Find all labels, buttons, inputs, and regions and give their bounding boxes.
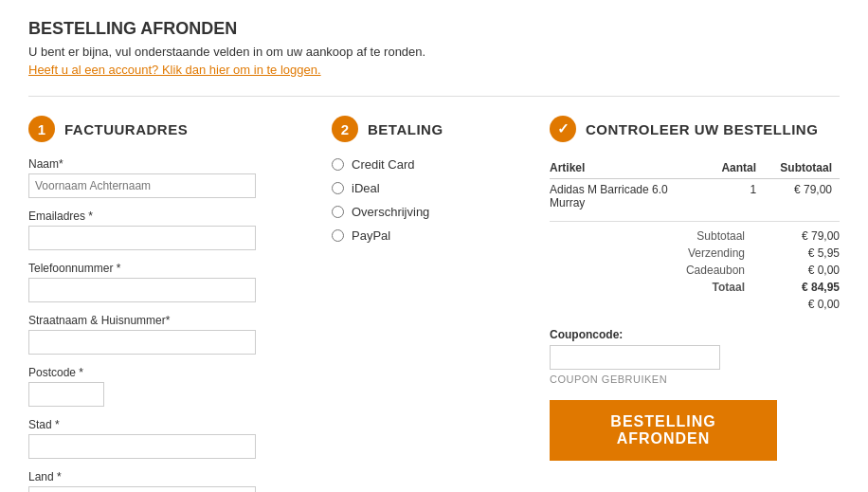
factuur-section: 1 FACTUURADRES Naam* Emailadres * Telefo… [28, 116, 303, 492]
extra-value: € 0,00 [773, 298, 840, 311]
factuur-title: FACTUURADRES [64, 121, 188, 137]
postcode-input[interactable] [28, 382, 104, 407]
coupon-section: Couponcode: COUPON GEBRUIKEN [550, 328, 840, 385]
telefoon-label: Telefoonnummer * [28, 262, 303, 275]
postcode-label: Postcode * [28, 366, 303, 379]
label-ideal[interactable]: iDeal [352, 181, 380, 195]
bestelling-title: CONTROLEER UW BESTELLING [586, 121, 818, 137]
straat-group: Straatnaam & Huisnummer* [28, 314, 303, 355]
radio-overschrijving[interactable] [332, 206, 344, 218]
stad-label: Stad * [28, 418, 303, 431]
coupon-label: Couponcode: [550, 328, 840, 341]
bestelling-header: ✓ CONTROLEER UW BESTELLING [550, 116, 840, 142]
label-creditcard[interactable]: Credit Card [352, 157, 414, 172]
betaling-header: 2 BETALING [332, 116, 512, 142]
land-select[interactable]: Nederland [28, 486, 256, 492]
subtotaal-value: € 79,00 [773, 229, 840, 243]
totaal-label: Totaal [713, 281, 745, 294]
label-paypal[interactable]: PayPal [352, 228, 390, 243]
verzending-row: Verzending € 5,95 [550, 245, 840, 262]
telefoon-group: Telefoonnummer * [28, 262, 303, 302]
factuur-number: 1 [28, 116, 55, 142]
page-title: BESTELLING AFRONDEN [28, 19, 840, 39]
betaling-section: 2 BETALING Credit Card iDeal Overschrijv… [303, 116, 512, 252]
email-label: Emailadres * [28, 210, 303, 223]
straat-input[interactable] [28, 330, 256, 355]
page-subtitle: U bent er bijna, vul onderstaande velden… [28, 45, 840, 59]
login-link[interactable]: Heeft u al een account? Klik dan hier om… [28, 63, 840, 77]
cadeaubon-label: Cadeaubon [686, 264, 745, 277]
postcode-group: Postcode * [28, 366, 303, 407]
betaling-number: 2 [332, 116, 358, 142]
cadeaubon-value: € 0,00 [773, 264, 840, 277]
totaal-row: Totaal € 84,95 [550, 279, 840, 296]
subtotaal-row: Subtotaal € 79,00 [550, 228, 840, 245]
cadeaubon-row: Cadeaubon € 0,00 [550, 262, 840, 279]
verzending-value: € 5,95 [773, 246, 840, 260]
naam-label: Naam* [28, 157, 303, 171]
table-row: Adidas M Barricade 6.0Murray 1 € 79,00 [550, 179, 840, 214]
betaling-title: BETALING [368, 121, 443, 137]
radio-paypal[interactable] [332, 229, 344, 242]
naam-input[interactable] [28, 173, 256, 198]
payment-option-paypal: PayPal [332, 228, 512, 243]
product-aantal: 1 [710, 179, 764, 214]
label-overschrijving[interactable]: Overschrijving [352, 205, 429, 219]
telefoon-input[interactable] [28, 278, 256, 302]
coupon-button[interactable]: COUPON GEBRUIKEN [550, 374, 840, 385]
factuur-header: 1 FACTUURADRES [28, 116, 303, 142]
payment-option-overschrijving: Overschrijving [332, 205, 512, 219]
col-artikel: Artikel [550, 157, 710, 179]
order-table: Artikel Aantal Subtotaal Adidas M Barric… [550, 157, 840, 213]
radio-ideal[interactable] [332, 182, 344, 194]
naam-group: Naam* [28, 157, 303, 198]
radio-creditcard[interactable] [332, 158, 344, 171]
divider [28, 96, 840, 97]
verzending-label: Verzending [688, 246, 745, 260]
subtotaal-label: Subtotaal [696, 229, 745, 243]
extra-row: € 0,00 [550, 296, 840, 313]
col-subtotaal: Subtotaal [764, 157, 840, 179]
email-group: Emailadres * [28, 210, 303, 250]
col-aantal: Aantal [710, 157, 764, 179]
product-price: € 79,00 [764, 179, 840, 214]
land-group: Land * Nederland [28, 470, 303, 492]
bestelling-check-icon: ✓ [550, 116, 576, 142]
payment-option-ideal: iDeal [332, 181, 512, 195]
email-input[interactable] [28, 226, 256, 250]
land-label: Land * [28, 470, 303, 483]
bestelling-section: ✓ CONTROLEER UW BESTELLING Artikel Aanta… [512, 116, 840, 461]
straat-label: Straatnaam & Huisnummer* [28, 314, 303, 327]
summary-section: Subtotaal € 79,00 Verzending € 5,95 Cade… [550, 221, 840, 313]
stad-group: Stad * [28, 418, 303, 459]
payment-option-creditcard: Credit Card [332, 157, 512, 172]
totaal-value: € 84,95 [773, 281, 840, 294]
stad-input[interactable] [28, 434, 256, 459]
coupon-input[interactable] [550, 345, 720, 370]
product-name: Adidas M Barricade 6.0Murray [550, 179, 710, 214]
submit-button[interactable]: BESTELLING AFRONDEN [550, 400, 777, 461]
